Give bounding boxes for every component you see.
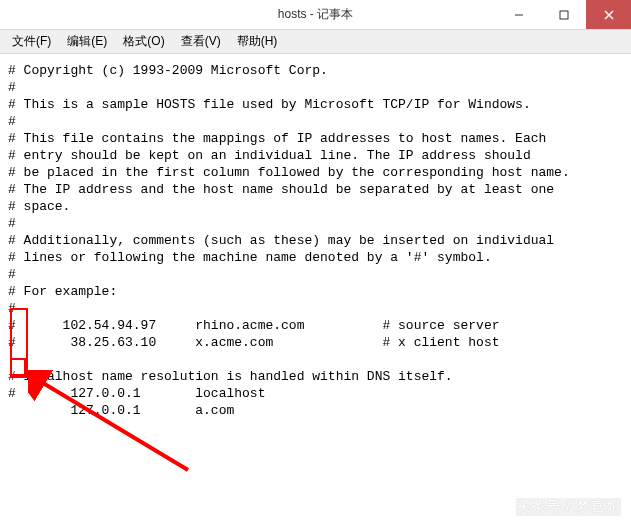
watermark: 头条号 / 梦宫妃	[516, 498, 621, 516]
menu-view[interactable]: 查看(V)	[173, 31, 229, 52]
menu-format[interactable]: 格式(O)	[115, 31, 172, 52]
svg-rect-1	[560, 11, 568, 19]
menu-edit[interactable]: 编辑(E)	[59, 31, 115, 52]
menu-help[interactable]: 帮助(H)	[229, 31, 286, 52]
text-content[interactable]: # Copyright (c) 1993-2009 Microsoft Corp…	[0, 54, 631, 524]
menu-file[interactable]: 文件(F)	[4, 31, 59, 52]
maximize-button[interactable]	[541, 0, 586, 29]
menubar: 文件(F) 编辑(E) 格式(O) 查看(V) 帮助(H)	[0, 30, 631, 54]
window-controls	[496, 0, 631, 29]
hosts-file-text: # Copyright (c) 1993-2009 Microsoft Corp…	[8, 63, 570, 418]
window-title: hosts - 记事本	[278, 6, 353, 23]
minimize-button[interactable]	[496, 0, 541, 29]
close-button[interactable]	[586, 0, 631, 29]
titlebar: hosts - 记事本	[0, 0, 631, 30]
